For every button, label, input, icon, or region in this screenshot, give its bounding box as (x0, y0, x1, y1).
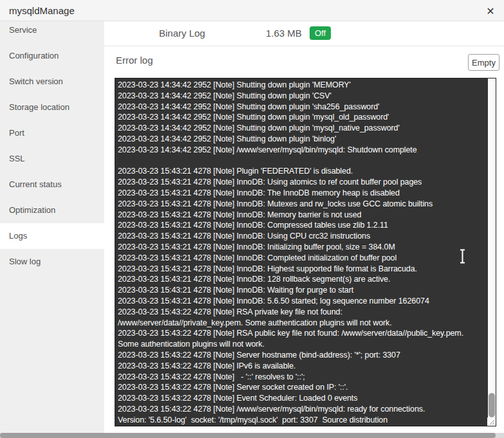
sidebar-item-switch-version[interactable]: Switch version (0, 69, 104, 95)
sidebar-item-service[interactable]: Service (0, 17, 104, 43)
binary-log-label: Binary Log (159, 28, 205, 39)
sidebar-item-storage-location[interactable]: Storage location (0, 95, 104, 120)
sidebar-item-slow-log[interactable]: Slow log (0, 249, 104, 275)
mysqld-manage-dialog: mysqldManage ✕ ServiceConfigurationSwitc… (0, 0, 504, 438)
close-icon[interactable]: ✕ (482, 3, 499, 19)
main-content: Binary Log 1.63 MB Off Error log Empty 2… (104, 21, 504, 433)
sidebar-item-current-status[interactable]: Current status (0, 172, 104, 197)
empty-button[interactable]: Empty (468, 54, 499, 71)
binary-log-size: 1.63 MB (266, 28, 302, 39)
log-scrollbar-track[interactable] (488, 78, 496, 426)
sidebar-item-ssl[interactable]: SSL (0, 146, 104, 172)
title-bar: mysqldManage ✕ (0, 0, 504, 21)
sidebar-item-logs[interactable]: Logs (0, 223, 104, 249)
error-log-textarea[interactable]: 2023-03-23 14:34:42 2952 [Note] Shutting… (115, 78, 496, 426)
binary-log-status-badge[interactable]: Off (310, 26, 331, 40)
sidebar-item-configuration[interactable]: Configuration (0, 43, 104, 69)
sidebar-item-port[interactable]: Port (0, 120, 104, 146)
error-log-title: Error log (116, 55, 153, 66)
binary-log-row: Binary Log 1.63 MB Off (104, 21, 504, 46)
window-horizontal-scrollbar[interactable] (0, 433, 504, 438)
resize-grip-icon[interactable] (487, 417, 496, 426)
window-title: mysqldManage (9, 5, 75, 16)
error-log-text: 2023-03-23 14:34:42 2952 [Note] Shutting… (115, 78, 487, 426)
sidebar: ServiceConfigurationSwitch versionStorag… (0, 21, 104, 433)
sidebar-list: ServiceConfigurationSwitch versionStorag… (0, 17, 104, 275)
horizontal-scrollbar-thumb[interactable] (0, 433, 496, 438)
sidebar-item-optimization[interactable]: Optimization (0, 197, 104, 223)
log-scrollbar-thumb[interactable] (489, 393, 495, 417)
